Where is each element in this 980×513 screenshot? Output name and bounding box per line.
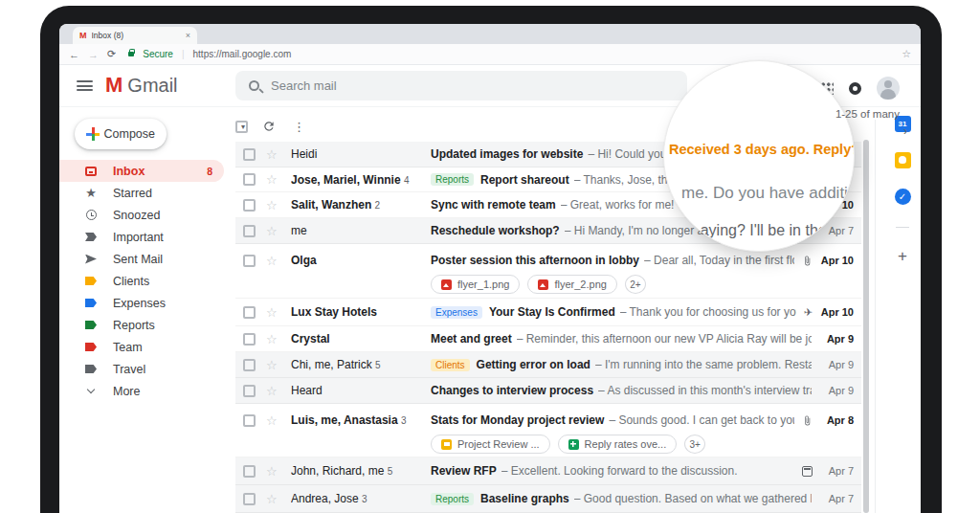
attachment-chip[interactable]: Reply rates ove... xyxy=(558,435,678,454)
row-checkbox[interactable] xyxy=(243,414,256,427)
sidebar-item-label: Clients xyxy=(113,275,149,288)
bookmark-star-icon[interactable]: ☆ xyxy=(902,48,911,60)
label-chip[interactable]: Expenses xyxy=(431,306,482,319)
sidebar-item-team[interactable]: Team xyxy=(59,336,224,358)
sidebar-item-clients[interactable]: Clients xyxy=(59,270,224,292)
laptop-frame: M Inbox (8) × ← → ⟳ Secure | https://mai… xyxy=(40,6,942,513)
attachment-chip[interactable]: flyer_1.png xyxy=(431,275,520,294)
email-subject: Poster session this afternoon in lobby xyxy=(431,254,639,267)
email-sender: Heard xyxy=(291,384,431,397)
compose-button[interactable]: Compose xyxy=(75,119,167,149)
browser-tab[interactable]: M Inbox (8) × xyxy=(73,27,197,44)
sidebar-item-important[interactable]: Important xyxy=(59,226,224,248)
sidebar: Compose Inbox 8 ★ Starred Snoozed Import… xyxy=(59,107,230,513)
search-input[interactable]: Search mail xyxy=(235,71,687,100)
email-subject: Changes to interview process xyxy=(431,384,593,397)
back-icon[interactable]: ← xyxy=(69,49,79,60)
sidebar-item-label: Important xyxy=(113,231,164,244)
paperclip-icon xyxy=(802,256,813,266)
email-sender: Chi, me, Patrick 5 xyxy=(291,358,431,371)
email-row-john[interactable]: ☆ John, Richard, me 5 Review RFP – Excel… xyxy=(235,457,861,485)
important-icon xyxy=(84,233,98,241)
sidebar-item-label: Inbox xyxy=(113,165,145,178)
label-chip[interactable]: Clients xyxy=(431,359,470,371)
rail-divider xyxy=(875,120,876,513)
search-icon xyxy=(249,80,259,91)
label-chip[interactable]: Reports xyxy=(431,173,474,186)
account-avatar[interactable] xyxy=(877,77,900,100)
label-chip[interactable]: Reports xyxy=(431,493,474,505)
star-icon[interactable]: ☆ xyxy=(266,332,291,346)
next-page-icon[interactable]: › xyxy=(835,124,907,138)
email-date: Apr 9 xyxy=(819,385,854,396)
email-row-heard[interactable]: ☆ Heard Changes to interview process – A… xyxy=(235,378,861,404)
label-tag-icon xyxy=(84,321,98,329)
address-url[interactable]: https://mail.google.com xyxy=(193,49,894,59)
email-subject: Sync with remote team xyxy=(431,198,556,212)
star-icon[interactable]: ☆ xyxy=(266,358,291,372)
row-checkbox[interactable] xyxy=(243,225,256,237)
email-snippet: – Excellent. Looking forward to the disc… xyxy=(501,464,738,478)
star-icon[interactable]: ☆ xyxy=(266,464,291,479)
star-icon[interactable]: ☆ xyxy=(266,147,291,162)
tasks-addon-icon[interactable]: ✓ xyxy=(895,189,911,205)
add-addon-icon[interactable]: + xyxy=(898,250,907,263)
magnified-snippet: aying? I'll be in the xyxy=(701,222,827,239)
list-scrollbar[interactable] xyxy=(863,140,869,513)
reload-icon[interactable]: ⟳ xyxy=(107,48,116,60)
star-icon[interactable]: ☆ xyxy=(266,254,291,268)
rail-separator xyxy=(896,227,909,228)
email-row-olga[interactable]: ☆ Olga Poster session this afternoon in … xyxy=(235,244,861,299)
row-checkbox[interactable] xyxy=(243,173,256,186)
forward-icon[interactable]: → xyxy=(88,49,99,60)
select-caret-icon[interactable]: ▾ xyxy=(241,123,245,131)
nudge-text[interactable]: Received 3 days ago. Reply? xyxy=(669,142,855,157)
keep-addon-icon[interactable] xyxy=(895,152,911,168)
sidebar-item-starred[interactable]: ★ Starred xyxy=(59,182,224,204)
attachment-chip[interactable]: flyer_2.png xyxy=(527,275,616,294)
more-options-icon[interactable]: ⋮ xyxy=(293,120,305,134)
sidebar-item-reports[interactable]: Reports xyxy=(59,314,224,336)
row-checkbox[interactable] xyxy=(243,199,256,212)
sidebar-item-expenses[interactable]: Expenses xyxy=(59,292,224,314)
row-checkbox[interactable] xyxy=(243,306,256,319)
attachment-chip[interactable]: Project Review ... xyxy=(431,435,550,454)
star-icon[interactable]: ☆ xyxy=(266,413,291,428)
tab-close-icon[interactable]: × xyxy=(186,31,190,40)
row-checkbox[interactable] xyxy=(243,148,256,161)
menu-icon[interactable] xyxy=(77,80,93,91)
chevron-down-icon xyxy=(84,390,98,392)
compose-plus-icon xyxy=(86,127,95,141)
sidebar-item-inbox[interactable]: Inbox 8 xyxy=(59,160,224,182)
star-icon[interactable]: ☆ xyxy=(266,224,291,238)
star-icon[interactable]: ☆ xyxy=(266,384,291,398)
email-row-crystal[interactable]: ☆ Crystal Meet and greet – Reminder, thi… xyxy=(235,326,861,352)
star-icon[interactable]: ☆ xyxy=(266,492,291,506)
row-checkbox[interactable] xyxy=(243,465,256,478)
row-checkbox[interactable] xyxy=(243,359,256,371)
star-icon[interactable]: ☆ xyxy=(266,172,291,187)
email-subject: Updated images for website xyxy=(431,147,583,161)
email-sender: Heidi xyxy=(291,147,431,161)
star-icon[interactable]: ☆ xyxy=(266,198,291,212)
email-date: Apr 9 xyxy=(819,333,854,345)
refresh-icon[interactable] xyxy=(262,120,276,133)
row-checkbox[interactable] xyxy=(243,255,256,267)
email-row-luxstay[interactable]: ☆ Lux Stay Hotels Expenses Your Stay Is … xyxy=(235,299,861,326)
row-checkbox[interactable] xyxy=(243,385,256,397)
email-row-andrea[interactable]: ☆ Andrea, Jose 3 Reports Baseline graphs… xyxy=(235,485,861,513)
sidebar-item-travel[interactable]: Travel xyxy=(59,358,224,380)
notification-ring-icon[interactable] xyxy=(849,82,861,95)
row-checkbox[interactable] xyxy=(243,493,256,505)
sheets-file-icon xyxy=(568,439,579,450)
email-row-luis[interactable]: ☆ Luis, me, Anastasia 3 Stats for Monday… xyxy=(235,404,861,457)
email-row-chi[interactable]: ☆ Chi, me, Patrick 5 Clients Getting err… xyxy=(235,352,861,378)
sidebar-item-more[interactable]: More xyxy=(59,380,224,402)
more-attachments-chip[interactable]: 2+ xyxy=(625,275,646,294)
more-attachments-chip[interactable]: 3+ xyxy=(684,435,705,454)
sidebar-item-sent[interactable]: Sent Mail xyxy=(59,248,224,270)
sidebar-item-snoozed[interactable]: Snoozed xyxy=(59,204,224,226)
row-checkbox[interactable] xyxy=(243,333,256,346)
star-icon[interactable]: ☆ xyxy=(266,305,291,320)
screen: M Inbox (8) × ← → ⟳ Secure | https://mai… xyxy=(59,24,921,513)
